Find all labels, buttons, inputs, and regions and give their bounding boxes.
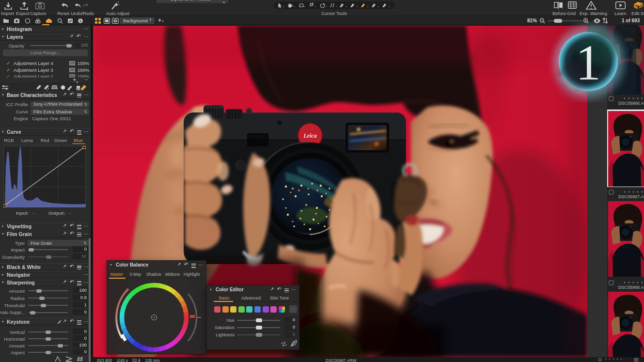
svg-text:Leica: Leica bbox=[303, 132, 316, 139]
svg-text:DSC05967.AR: DSC05967.AR bbox=[618, 194, 644, 199]
svg-text:DSC05966.AR: DSC05966.AR bbox=[618, 101, 644, 106]
svg-text:DSC05968.AR: DSC05968.AR bbox=[618, 285, 644, 290]
